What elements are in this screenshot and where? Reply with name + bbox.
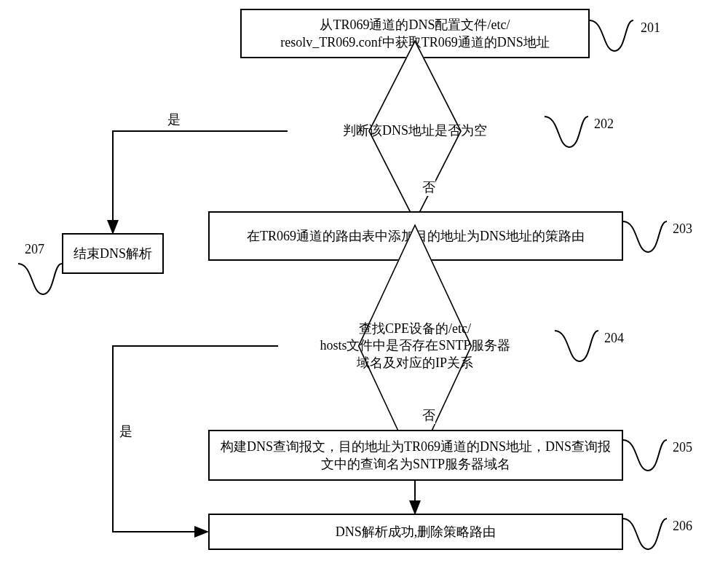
hook-icon — [623, 517, 667, 551]
step-206-text: DNS解析成功,删除策略路由 — [336, 523, 496, 541]
flow-arrows — [0, 0, 728, 566]
hook-icon — [590, 19, 633, 52]
step-label-202: 202 — [594, 117, 614, 132]
hook-icon — [623, 220, 667, 253]
edge-no-2: 否 — [422, 406, 435, 424]
hook-icon — [623, 439, 667, 472]
step-205-text: 构建DNS查询报文，目的地址为TR069通道的DNS地址，DNS查询报文中的查询… — [221, 438, 611, 473]
step-label-204: 204 — [604, 331, 624, 346]
step-label-201: 201 — [641, 20, 660, 36]
step-202-decision: 判断该DNS地址是否为空 — [288, 101, 542, 162]
hook-icon — [555, 329, 598, 363]
hook-icon — [545, 115, 588, 149]
step-label-207: 207 — [25, 242, 44, 257]
step-205-box: 构建DNS查询报文，目的地址为TR069通道的DNS地址，DNS查询报文中的查询… — [208, 430, 623, 481]
step-204-decision: 查找CPE设备的/etc/hosts文件中是否存在SNTP服务器域名及对应的IP… — [278, 291, 552, 401]
hook-icon — [18, 262, 62, 296]
edge-no-1: 否 — [422, 178, 435, 196]
step-207-text: 结束DNS解析 — [74, 245, 152, 262]
step-207-box: 结束DNS解析 — [62, 233, 164, 274]
step-206-box: DNS解析成功,删除策略路由 — [208, 514, 623, 550]
step-label-206: 206 — [673, 519, 692, 534]
step-label-205: 205 — [673, 440, 692, 455]
step-label-203: 203 — [673, 221, 692, 237]
edge-yes-1: 是 — [167, 111, 181, 128]
edge-yes-2: 是 — [119, 422, 132, 440]
